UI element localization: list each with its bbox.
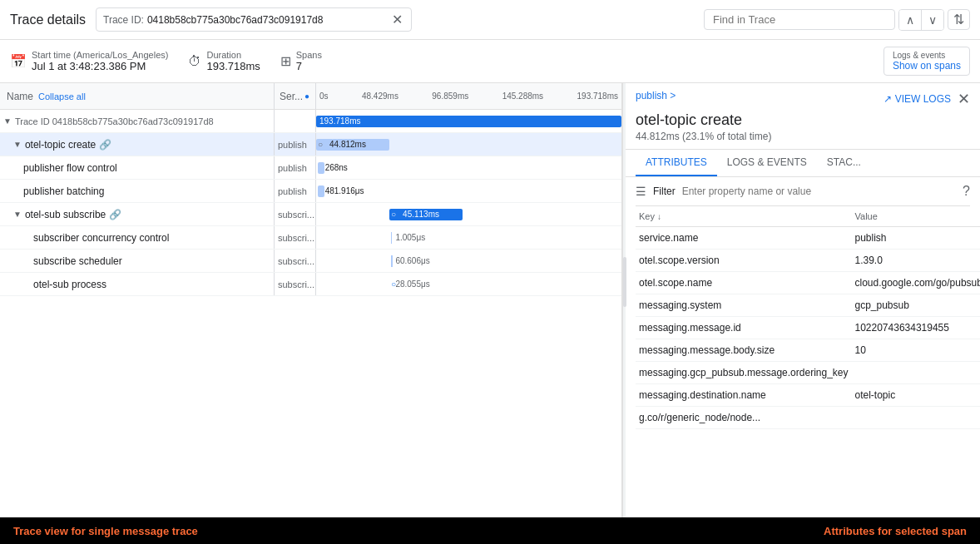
view-logs-button[interactable]: ↗ VIEW LOGS xyxy=(883,93,951,105)
timing-label: 45.113ms xyxy=(403,210,439,219)
list-item[interactable]: g.co/r/generic_node/node... xyxy=(636,407,980,429)
row-label: publisher batching xyxy=(23,185,104,197)
tab-logs-events[interactable]: LOGS & EVENTS xyxy=(717,150,817,176)
list-item[interactable]: messaging.message.id10220743634319455 xyxy=(636,317,980,339)
spans-icon: ⊞ xyxy=(280,53,291,69)
trace-id-value: 0418b58cb775a30bc76ad73c091917d8 xyxy=(147,14,324,26)
timing-bar: 481.916μs xyxy=(318,185,324,197)
timing-mark-0: 0s xyxy=(319,91,329,101)
list-item[interactable]: messaging.systemgcp_pubsub xyxy=(636,294,980,317)
expand-icon[interactable]: ▼ xyxy=(13,210,22,219)
row-name: subscriber concurrency control xyxy=(0,226,275,249)
start-time-label: Start time (America/Los_Angeles) xyxy=(32,50,168,60)
find-prev-button[interactable]: ∧ xyxy=(899,10,922,30)
clock-icon: ⏱ xyxy=(188,54,201,69)
clear-trace-id-button[interactable]: ✕ xyxy=(390,12,404,27)
row-label: Trace ID 0418b58cb775a30bc76ad73c091917d… xyxy=(15,116,214,126)
list-item[interactable]: otel.scope.namecloud.google.com/go/pubsu… xyxy=(636,272,980,294)
row-service: publish xyxy=(275,180,316,202)
logs-events-value[interactable]: Show on spans xyxy=(893,60,961,72)
collapse-all-button[interactable]: Collapse all xyxy=(38,91,86,101)
table-row[interactable]: otel-sub process subscri... ○ 28.055μs xyxy=(0,273,621,296)
trace-id-text: Trace ID:0418b58cb775a30bc76ad73c091917d… xyxy=(103,14,384,26)
find-next-button[interactable]: ∨ xyxy=(922,10,943,30)
row-service: subscri... xyxy=(275,226,316,249)
list-item[interactable]: messaging.gcp_pubsub.message.ordering_ke… xyxy=(636,362,980,384)
attr-key-cell: messaging.system xyxy=(636,294,852,317)
spans-meta: ⊞ Spans 7 xyxy=(280,50,322,72)
timing-marks: 0s 48.429ms 96.859ms 145.288ms 193.718ms xyxy=(319,91,618,101)
service-column-header: Ser... ● xyxy=(275,83,316,109)
row-label: subscribe scheduler xyxy=(33,255,122,267)
trace-id-bar: Trace ID:0418b58cb775a30bc76ad73c091917d… xyxy=(96,7,412,32)
timing-mark-1: 48.429ms xyxy=(362,91,398,101)
row-label: publisher flow control xyxy=(23,162,117,174)
ser-col-label: Ser... xyxy=(280,91,303,102)
timing-mark-3: 145.288ms xyxy=(502,91,543,101)
name-col-label: Name xyxy=(7,91,33,102)
row-label: subscriber concurrency control xyxy=(33,232,169,244)
dot-marker: ○ xyxy=(391,210,396,219)
row-timing: ○ 28.055μs xyxy=(316,273,621,295)
right-panel: publish > ↗ VIEW LOGS ✕ otel-topic creat… xyxy=(626,83,980,517)
row-service: subscri... xyxy=(275,250,316,272)
help-icon[interactable]: ? xyxy=(963,184,970,199)
timing-bar: 193.718ms xyxy=(316,116,621,127)
link-icon: 🔗 xyxy=(99,139,111,151)
table-row[interactable]: publisher flow control publish 268ns xyxy=(0,156,621,180)
subheader: 📅 Start time (America/Los_Angeles) Jul 1… xyxy=(0,40,980,83)
expand-icon[interactable]: ▼ xyxy=(3,116,12,126)
duration-meta: ⏱ Duration 193.718ms xyxy=(188,50,260,72)
list-item[interactable]: messaging.message.body.size10 xyxy=(636,339,980,362)
table-row[interactable]: subscribe scheduler subscri... 60.606μs xyxy=(0,250,621,273)
attr-key-cell: messaging.gcp_pubsub.message.ordering_ke… xyxy=(636,362,852,384)
sort-icon[interactable]: ↓ xyxy=(657,212,661,221)
start-time-meta: 📅 Start time (America/Los_Angeles) Jul 1… xyxy=(10,50,168,72)
tab-stack[interactable]: STAC... xyxy=(817,150,871,176)
service-col-icon: ● xyxy=(304,91,309,101)
filter-input[interactable] xyxy=(682,185,956,197)
filter-label: Filter xyxy=(653,185,676,197)
table-row[interactable]: subscriber concurrency control subscri..… xyxy=(0,226,621,250)
timing-bar: ○ 44.812ms xyxy=(316,139,389,151)
find-expand-button[interactable]: ⇅ xyxy=(948,9,970,30)
row-name: otel-sub process xyxy=(0,273,275,295)
span-title: otel-topic create xyxy=(636,111,970,129)
right-annotation: Attributes for selected span xyxy=(490,525,980,537)
row-name: publisher flow control xyxy=(0,156,275,179)
attr-key-cell: otel.scope.name xyxy=(636,272,852,294)
timing-label: 60.606μs xyxy=(395,256,429,265)
timing-label: 44.812ms xyxy=(329,140,366,149)
breadcrumb[interactable]: publish > xyxy=(636,90,676,101)
trace-panel: Name Collapse all Ser... ● 0s 48.429ms 9… xyxy=(0,83,622,517)
find-nav-group: ∧ ∨ xyxy=(898,9,944,31)
row-name: ▼ otel-topic create 🔗 xyxy=(0,133,275,156)
list-item[interactable]: service.namepublish xyxy=(636,227,980,250)
close-panel-button[interactable]: ✕ xyxy=(958,90,970,108)
attr-value-cell xyxy=(852,407,981,429)
find-in-trace-input[interactable] xyxy=(704,9,895,30)
spans-value: 7 xyxy=(296,60,322,72)
find-in-trace-container: ∧ ∨ ⇅ xyxy=(704,9,970,31)
list-item[interactable]: messaging.destination.nameotel-topic xyxy=(636,384,980,407)
table-row[interactable]: ▼ otel-sub subscribe 🔗 subscri... ○ 45.1… xyxy=(0,203,621,226)
scrollbar-thumb xyxy=(623,257,626,307)
expand-icon[interactable]: ▼ xyxy=(13,140,22,149)
attr-key-cell: messaging.message.id xyxy=(636,317,852,339)
attributes-table: Key ↓ Value service.namepublishotel.scop… xyxy=(636,206,980,429)
external-link-icon: ↗ xyxy=(883,93,892,105)
timing-mark-4: 193.718ms xyxy=(577,91,618,101)
attr-key-cell: messaging.message.body.size xyxy=(636,339,852,362)
attr-value-cell: 10 xyxy=(852,339,981,362)
key-column-header: Key ↓ xyxy=(636,206,852,227)
tab-attributes[interactable]: ATTRIBUTES xyxy=(636,150,717,176)
trace-id-label: Trace ID: xyxy=(103,14,144,26)
dot-marker: ○ xyxy=(318,140,323,149)
row-name: publisher batching xyxy=(0,180,275,202)
row-name: ▼ otel-sub subscribe 🔗 xyxy=(0,203,275,225)
table-row[interactable]: publisher batching publish 481.916μs xyxy=(0,180,621,203)
table-row[interactable]: ▼ otel-topic create 🔗 publish ○ 44.812ms xyxy=(0,133,621,156)
table-row[interactable]: ▼ Trace ID 0418b58cb775a30bc76ad73c09191… xyxy=(0,110,621,133)
panel-divider xyxy=(622,83,626,517)
list-item[interactable]: otel.scope.version1.39.0 xyxy=(636,250,980,272)
